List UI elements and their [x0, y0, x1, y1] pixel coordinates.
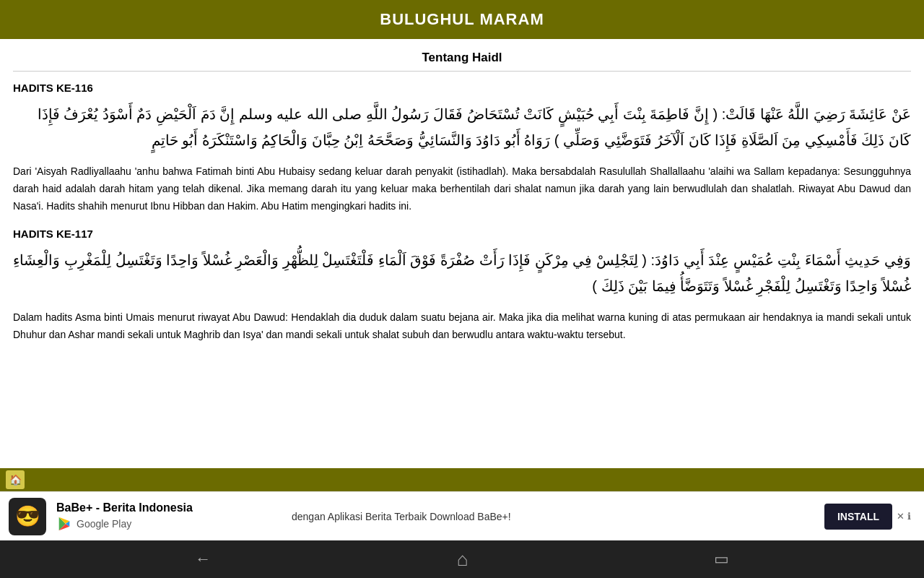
hadits-116-heading: HADITS KE-116 [13, 82, 911, 94]
hadits-117-heading: HADITS KE-117 [13, 228, 911, 240]
ad-close-icon[interactable]: ✕ [897, 511, 905, 522]
google-play-logo-icon [56, 516, 72, 532]
hadits-116-translation: Dari 'Aisyah Radliyallaahu 'anhu bahwa F… [13, 163, 911, 215]
section-title: Tentang Haidl [13, 39, 911, 72]
app-title: BULUGHUL MARAM [380, 10, 544, 28]
nav-bar: ← ⌂ ▭ [0, 540, 924, 578]
ad-google-play-row: Google Play [56, 516, 277, 532]
home-icon[interactable]: 🏠 [6, 470, 25, 489]
ad-google-play-text: Google Play [77, 518, 131, 530]
hadits-117-translation: Dalam hadits Asma binti Umais menurut ri… [13, 309, 911, 344]
content-area: Tentang Haidl HADITS KE-116 عَنْ عَائِشَ… [0, 39, 924, 468]
back-button[interactable]: ← [195, 550, 211, 569]
ad-banner: 😎 BaBe+ - Berita Indonesia Google Play d… [0, 491, 924, 540]
ad-app-icon: 😎 [9, 498, 46, 535]
ad-bar: 🏠 [0, 468, 924, 491]
ad-text-block: BaBe+ - Berita Indonesia Google Play [46, 501, 277, 532]
ad-app-name: BaBe+ - Berita Indonesia [56, 501, 277, 514]
ad-info-icon[interactable]: ℹ [907, 511, 911, 522]
app-header: BULUGHUL MARAM [0, 0, 924, 39]
ad-close-row: ✕ ℹ [892, 509, 915, 523]
recents-button[interactable]: ▭ [714, 550, 729, 569]
ad-description: dengan Aplikasi Berita Terbaik Download … [277, 511, 824, 522]
hadits-117-arabic: وَفِي حَدِيثِ أَسْمَاءَ بِنْتِ عُمَيْسٍ … [13, 247, 911, 299]
home-button[interactable]: ⌂ [457, 548, 468, 571]
hadits-116-arabic: عَنْ عَائِشَةَ رَضِيَ اللَّهُ عَنْهَا قَ… [13, 101, 911, 153]
install-button[interactable]: INSTALL [824, 504, 892, 530]
